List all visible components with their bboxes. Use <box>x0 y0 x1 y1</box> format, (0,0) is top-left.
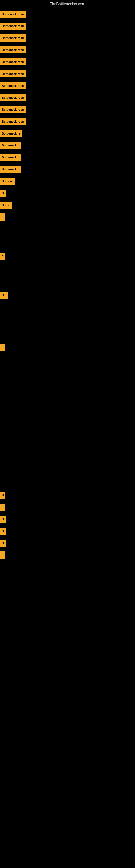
list-item[interactable]: B <box>0 489 135 501</box>
gap-3 <box>0 301 135 342</box>
bottleneck-badge: Bo <box>0 528 6 535</box>
list-item[interactable]: Bottleneck resu <box>0 56 135 68</box>
list-item[interactable]: | <box>0 549 135 561</box>
list-item[interactable]: Bo <box>0 513 135 525</box>
list-item[interactable]: Bo <box>0 187 135 199</box>
list-item[interactable]: Bottleneck resu <box>0 32 135 44</box>
list-item[interactable]: Bottle <box>0 199 135 211</box>
list-item[interactable]: Bottlene <box>0 175 135 187</box>
bottleneck-badge: Bottle <box>0 202 12 209</box>
bottleneck-badge: Bottleneck r <box>0 166 20 173</box>
bottleneck-badge: Bottleneck resu <box>0 46 26 54</box>
bottleneck-badge: Bottleneck resu <box>0 34 26 41</box>
gap-2 <box>0 262 135 289</box>
bottleneck-badge: B <box>0 214 5 220</box>
bottom-spacer <box>0 561 135 615</box>
bottleneck-badge: B <box>0 492 5 499</box>
bottleneck-badge: Bottleneck resu <box>0 94 26 101</box>
list-item[interactable]: Bottleneck resu <box>0 80 135 92</box>
bottleneck-badge: | <box>0 504 5 511</box>
bottleneck-badge: Bottleneck resu <box>0 10 26 18</box>
bottleneck-badge: B <box>0 252 5 259</box>
bottleneck-badge: Bottleneck resu <box>0 70 26 77</box>
list-item[interactable]: Bottleneck re <box>0 127 135 140</box>
bottleneck-badge: Bottleneck re <box>0 130 22 137</box>
list-item[interactable]: Bottleneck r <box>0 140 135 151</box>
list-item[interactable]: Bottleneck resu <box>0 92 135 104</box>
bottleneck-badge: Bottleneck resu <box>0 118 26 125</box>
list-item[interactable]: Bottleneck resu <box>0 20 135 32</box>
list-item[interactable]: B <box>0 250 135 262</box>
bottleneck-badge: Bottleneck resu <box>0 58 26 65</box>
bottleneck-badge: Bottlene <box>0 178 15 185</box>
list-item[interactable]: Bo <box>0 525 135 537</box>
list-item[interactable]: | <box>0 501 135 513</box>
gap-4 <box>0 354 135 489</box>
list-item[interactable]: Bottleneck resu <box>0 8 135 20</box>
bottleneck-badge: Bottleneck r <box>0 154 20 161</box>
list-item[interactable]: Bottleneck r <box>0 151 135 163</box>
list-item[interactable]: B <box>0 211 135 223</box>
list-item[interactable]: Bottleneck resu <box>0 44 135 56</box>
bottleneck-badge: Bo <box>0 516 6 523</box>
bottleneck-badge: Bottleneck resu <box>0 82 26 89</box>
site-title: TheBottlenecker.com <box>0 0 135 8</box>
bottleneck-badge: | <box>0 552 5 558</box>
list-item[interactable]: Bottleneck r <box>0 163 135 175</box>
bottleneck-badge: Bottleneck resu <box>0 106 26 113</box>
gap-1 <box>0 223 135 250</box>
list-item[interactable]: Bottleneck resu <box>0 68 135 80</box>
bottleneck-badge: Bot <box>0 291 8 299</box>
list-item[interactable]: Bot <box>0 289 135 301</box>
bottleneck-badge: | <box>0 344 5 351</box>
bottleneck-badge: Bottleneck r <box>0 142 20 149</box>
list-item[interactable]: | <box>0 342 135 354</box>
bottleneck-badge: Bo <box>0 190 6 197</box>
items-container: Bottleneck resu Bottleneck resu Bottlene… <box>0 8 135 615</box>
bottleneck-badge: Bo <box>0 539 6 547</box>
list-item[interactable]: Bo <box>0 537 135 549</box>
list-item[interactable]: Bottleneck resu <box>0 104 135 116</box>
list-item[interactable]: Bottleneck resu <box>0 116 135 127</box>
bottleneck-badge: Bottleneck resu <box>0 23 26 30</box>
